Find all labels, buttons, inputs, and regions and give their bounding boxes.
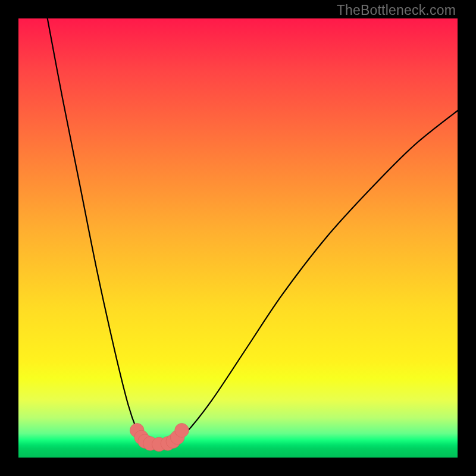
curve-layer [18,18,458,458]
bottleneck-curve [48,18,458,444]
plot-area [18,18,458,458]
valley-marker [175,423,189,437]
chart-frame: TheBottleneck.com [0,0,476,476]
watermark-text: TheBottleneck.com [337,2,456,18]
valley-markers [130,423,189,451]
